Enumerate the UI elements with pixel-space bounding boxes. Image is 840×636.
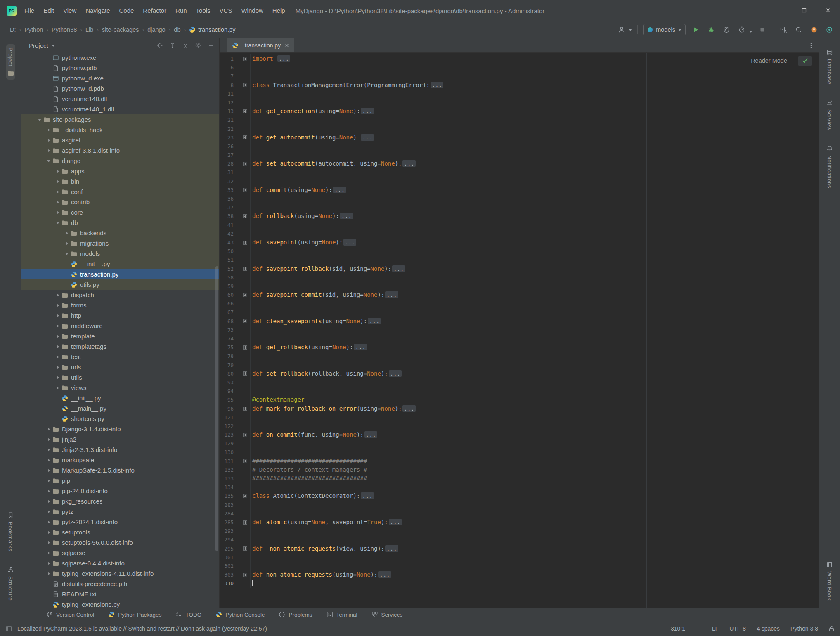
line-number[interactable]: 302 bbox=[220, 562, 234, 570]
code-content[interactable] bbox=[251, 98, 252, 107]
tree-item-distutils-precedence.pth[interactable]: distutils-precedence.pth bbox=[21, 579, 219, 589]
tree-item-pip[interactable]: pip bbox=[21, 475, 219, 486]
fold-expand-icon[interactable] bbox=[243, 407, 247, 411]
line-number[interactable]: 32 bbox=[220, 177, 234, 186]
line-number[interactable]: 60 bbox=[220, 291, 234, 299]
line-number[interactable]: 310 bbox=[220, 579, 234, 588]
reader-mode-toggle[interactable]: Reader Mode bbox=[751, 57, 787, 64]
expand-all-icon[interactable] bbox=[169, 42, 176, 49]
tree-item-jinja2[interactable]: jinja2 bbox=[21, 434, 219, 444]
tree-item-contrib[interactable]: contrib bbox=[21, 197, 219, 207]
tool-stripe-bookmarks[interactable]: Bookmarks bbox=[6, 508, 15, 555]
line-number[interactable]: 66 bbox=[220, 299, 234, 308]
line-number[interactable]: 133 bbox=[220, 474, 234, 483]
fold-expand-icon[interactable] bbox=[243, 433, 247, 437]
code-content[interactable] bbox=[251, 483, 252, 492]
tree-item-jinja2-3.1.3.dist-info[interactable]: Jinja2-3.1.3.dist-info bbox=[21, 444, 219, 455]
code-content[interactable] bbox=[251, 439, 252, 448]
code-content[interactable] bbox=[251, 326, 252, 334]
chevron-right-icon[interactable] bbox=[54, 290, 62, 300]
code-area[interactable]: 1import ...678class TransactionManagemen… bbox=[220, 54, 819, 588]
code-content[interactable]: def savepoint(using=None):... bbox=[251, 238, 356, 247]
code-content[interactable]: def non_atomic_requests(using=None):... bbox=[251, 570, 391, 579]
tool-window-button-python-packages[interactable]: Python Packages bbox=[101, 608, 168, 621]
line-number[interactable]: 28 bbox=[220, 159, 234, 168]
tree-item-__init__.py[interactable]: __init__.py bbox=[21, 259, 219, 269]
tree-item-pytz-2024.1.dist-info[interactable]: pytz-2024.1.dist-info bbox=[21, 517, 219, 527]
debug-button[interactable] bbox=[706, 25, 716, 35]
tree-item-migrations[interactable]: migrations bbox=[21, 238, 219, 248]
menu-help[interactable]: Help bbox=[268, 0, 290, 21]
encoding-widget[interactable]: UTF-8 bbox=[729, 625, 746, 632]
tree-item-asgiref[interactable]: asgiref bbox=[21, 135, 219, 145]
fold-expand-icon[interactable] bbox=[243, 188, 247, 192]
tree-item-asgiref-3.8.1.dist-info[interactable]: asgiref-3.8.1.dist-info bbox=[21, 145, 219, 156]
code-content[interactable]: # Decorators / context managers # bbox=[251, 466, 367, 474]
status-message[interactable]: Localized PyCharm 2023.1.5 is available … bbox=[17, 625, 267, 632]
chevron-down-icon[interactable] bbox=[36, 114, 43, 125]
tree-item-sqlparse[interactable]: sqlparse bbox=[21, 548, 219, 558]
code-content[interactable]: def get_connection(using=None):... bbox=[251, 107, 374, 116]
interpreter-widget[interactable]: Python 3.8 bbox=[790, 625, 818, 632]
inspections-widget[interactable] bbox=[798, 56, 812, 66]
menu-code[interactable]: Code bbox=[114, 0, 138, 21]
code-content[interactable] bbox=[251, 282, 252, 291]
menu-tools[interactable]: Tools bbox=[192, 0, 215, 21]
chevron-right-icon[interactable] bbox=[54, 187, 62, 197]
line-number[interactable]: 123 bbox=[220, 430, 234, 439]
chevron-right-icon[interactable] bbox=[45, 506, 52, 517]
code-content[interactable]: def mark_for_rollback_on_error(using=Non… bbox=[251, 404, 416, 413]
update-available-icon[interactable] bbox=[809, 25, 819, 35]
line-number[interactable]: 27 bbox=[220, 151, 234, 159]
code-content[interactable]: def rollback(using=None):... bbox=[251, 212, 353, 220]
line-number[interactable]: 74 bbox=[220, 334, 234, 343]
code-content[interactable] bbox=[251, 229, 252, 238]
tree-item-pkg_resources[interactable]: pkg_resources bbox=[21, 496, 219, 506]
tree-item-setuptools[interactable]: setuptools bbox=[21, 527, 219, 537]
maximize-button[interactable] bbox=[792, 0, 816, 21]
fold-expand-icon[interactable] bbox=[243, 546, 247, 551]
tree-item-__main__.py[interactable]: __main__.py bbox=[21, 403, 219, 414]
user-account-icon[interactable] bbox=[617, 25, 627, 35]
code-content[interactable] bbox=[251, 352, 252, 360]
chevron-right-icon[interactable] bbox=[45, 548, 52, 558]
coverage-button[interactable] bbox=[722, 25, 731, 35]
tree-item-markupsafe[interactable]: markupsafe bbox=[21, 455, 219, 465]
tree-item-__init__.py[interactable]: __init__.py bbox=[21, 393, 219, 403]
code-content[interactable] bbox=[251, 509, 252, 518]
fold-expand-icon[interactable] bbox=[243, 573, 247, 577]
code-content[interactable] bbox=[251, 273, 252, 282]
code-content[interactable] bbox=[251, 378, 252, 387]
code-with-me-icon[interactable] bbox=[824, 25, 834, 35]
tree-item-django-3.1.4.dist-info[interactable]: Django-3.1.4.dist-info bbox=[21, 424, 219, 434]
chevron-right-icon[interactable] bbox=[45, 558, 52, 568]
tree-item-pythonw_d.pdb[interactable]: pythonw_d.pdb bbox=[21, 83, 219, 94]
fold-expand-icon[interactable] bbox=[243, 162, 247, 166]
profiler-button[interactable] bbox=[737, 25, 747, 35]
chevron-right-icon[interactable] bbox=[54, 166, 62, 176]
code-content[interactable] bbox=[251, 247, 252, 255]
line-number[interactable]: 59 bbox=[220, 282, 234, 291]
tree-item-pip-24.0.dist-info[interactable]: pip-24.0.dist-info bbox=[21, 486, 219, 496]
code-content[interactable] bbox=[251, 151, 252, 159]
close-button[interactable] bbox=[816, 0, 840, 21]
stop-button[interactable] bbox=[757, 25, 767, 35]
breadcrumb-django[interactable]: django bbox=[147, 26, 166, 33]
line-number[interactable]: 293 bbox=[220, 527, 234, 535]
menu-run[interactable]: Run bbox=[171, 0, 192, 21]
code-content[interactable]: ################################# bbox=[251, 457, 367, 466]
tree-item-vcruntime140_1.dll[interactable]: vcruntime140_1.dll bbox=[21, 104, 219, 114]
menu-vcs[interactable]: VCS bbox=[215, 0, 237, 21]
chevron-right-icon[interactable] bbox=[54, 176, 62, 187]
chevron-right-icon[interactable] bbox=[54, 372, 62, 383]
code-content[interactable] bbox=[251, 299, 252, 308]
line-number[interactable]: 134 bbox=[220, 483, 234, 492]
chevron-right-icon[interactable] bbox=[54, 300, 62, 310]
chevron-right-icon[interactable] bbox=[54, 321, 62, 331]
tool-stripe-notifications[interactable]: Notifications bbox=[825, 142, 834, 192]
code-content[interactable]: def get_autocommit(using=None):... bbox=[251, 133, 374, 142]
line-number[interactable]: 301 bbox=[220, 553, 234, 562]
tab-options-kebab-icon[interactable] bbox=[804, 38, 819, 52]
line-number[interactable]: 285 bbox=[220, 518, 234, 527]
fold-expand-icon[interactable] bbox=[243, 293, 247, 297]
